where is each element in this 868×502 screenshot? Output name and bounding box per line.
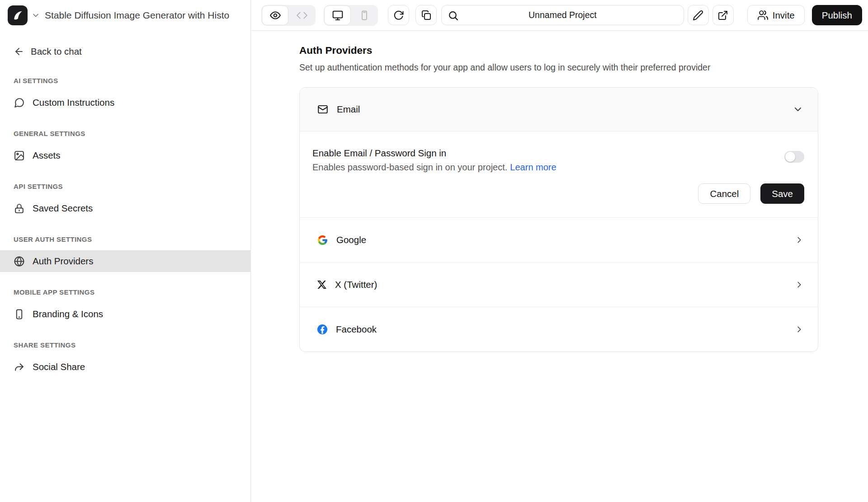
enable-email-text: Enable Email / Password Sign in Enables … (312, 148, 557, 173)
copy-icon (421, 10, 432, 21)
chevron-down-icon[interactable] (31, 11, 40, 20)
pencil-icon (693, 10, 703, 21)
sidebar-header: Stable Diffusion Image Generator with Hi… (0, 0, 250, 31)
app-window: Stable Diffusion Image Generator with Hi… (0, 0, 868, 502)
provider-row-email[interactable]: Email (300, 88, 818, 131)
device-segment (324, 5, 378, 26)
rename-button[interactable] (688, 5, 709, 25)
chat-bubble-icon (14, 97, 25, 108)
code-toggle-button[interactable] (288, 5, 315, 25)
open-external-button[interactable] (712, 5, 734, 25)
facebook-icon (317, 324, 328, 335)
email-settings-panel: Enable Email / Password Sign in Enables … (300, 131, 818, 217)
mobile-icon (359, 10, 370, 21)
sidebar-item-label: Custom Instructions (33, 97, 114, 108)
app-title: Stable Diffusion Image Generator with Hi… (45, 10, 246, 21)
sidebar-item-saved-secrets[interactable]: Saved Secrets (0, 197, 250, 219)
section-header-ai-settings: AI SETTINGS (14, 77, 237, 84)
sidebar-item-label: Branding & Icons (33, 309, 103, 319)
main-area: Unnamed Project Invite Publish Auth Prov… (251, 0, 868, 502)
auth-providers-card: Email Enable Email / Password Sign in En… (299, 87, 818, 352)
section-header-api-settings: API SETTINGS (14, 183, 237, 190)
learn-more-link[interactable]: Learn more (510, 162, 556, 172)
email-password-toggle[interactable] (784, 151, 804, 163)
back-to-chat-link[interactable]: Back to chat (14, 42, 250, 61)
eye-icon (269, 9, 281, 21)
sidebar-item-label: Saved Secrets (33, 203, 93, 214)
invite-label: Invite (773, 10, 795, 21)
page-subtitle: Set up authentication methods for your a… (299, 62, 868, 73)
sidebar-item-label: Auth Providers (33, 256, 93, 267)
section-header-share-settings: SHARE SETTINGS (14, 341, 237, 349)
enable-email-description-text: Enables password-based sign in on your p… (312, 162, 507, 172)
sidebar-item-assets[interactable]: Assets (0, 145, 250, 166)
google-icon (317, 235, 328, 246)
phone-icon (14, 309, 25, 320)
page-title: Auth Providers (299, 45, 868, 56)
toolbar: Unnamed Project Invite Publish (251, 0, 868, 31)
project-name-input[interactable]: Unnamed Project (441, 5, 684, 25)
preview-toggle-button[interactable] (262, 5, 288, 25)
chevron-right-icon (794, 324, 804, 334)
desktop-view-button[interactable] (324, 5, 351, 25)
external-link-icon (717, 10, 728, 21)
invite-users-icon (757, 9, 769, 21)
section-header-general-settings: GENERAL SETTINGS (14, 130, 237, 137)
x-twitter-icon (317, 280, 327, 290)
sidebar-item-branding-icons[interactable]: Branding & Icons (0, 303, 250, 325)
chevron-right-icon (794, 235, 804, 245)
share-forward-icon (14, 361, 25, 373)
provider-row-x-twitter[interactable]: X (Twitter) (300, 262, 818, 307)
section-header-mobile-app-settings: MOBILE APP SETTINGS (14, 288, 237, 296)
search-icon (448, 10, 459, 23)
copy-button[interactable] (415, 5, 437, 25)
section-header-user-auth-settings: USER AUTH SETTINGS (14, 235, 237, 243)
sidebar-item-label: Assets (33, 150, 61, 161)
sidebar-item-custom-instructions[interactable]: Custom Instructions (0, 92, 250, 113)
sidebar-item-social-share[interactable]: Social Share (0, 356, 250, 378)
publish-button[interactable]: Publish (812, 5, 862, 25)
cancel-button[interactable]: Cancel (698, 183, 750, 204)
invite-button[interactable]: Invite (747, 5, 805, 25)
chevron-down-icon (793, 104, 803, 115)
image-icon (14, 150, 25, 161)
preview-code-segment (261, 5, 316, 26)
mobile-view-button[interactable] (351, 5, 377, 25)
sidebar: Stable Diffusion Image Generator with Hi… (0, 0, 251, 502)
provider-label-facebook: Facebook (336, 324, 377, 335)
refresh-icon (393, 10, 404, 21)
project-name-value: Unnamed Project (528, 10, 597, 20)
globe-icon (14, 256, 25, 267)
provider-label-google: Google (336, 235, 366, 245)
sidebar-item-auth-providers[interactable]: Auth Providers (0, 250, 250, 272)
toggle-knob (785, 152, 795, 162)
provider-label-email: Email (337, 104, 360, 115)
code-icon (296, 9, 308, 21)
back-to-chat-label: Back to chat (31, 46, 82, 57)
provider-row-google[interactable]: Google (300, 217, 818, 262)
arrow-left-icon (14, 46, 24, 57)
lock-icon (14, 203, 25, 214)
provider-label-x-twitter: X (Twitter) (335, 279, 377, 290)
auth-providers-page: Auth Providers Set up authentication met… (251, 31, 868, 352)
monitor-icon (332, 9, 344, 21)
refresh-button[interactable] (388, 5, 409, 25)
chevron-right-icon (794, 280, 804, 290)
provider-row-facebook[interactable]: Facebook (300, 307, 818, 352)
sidebar-item-label: Social Share (33, 361, 85, 372)
enable-email-description: Enables password-based sign in on your p… (312, 162, 557, 173)
enable-email-title: Enable Email / Password Sign in (312, 148, 557, 159)
app-logo[interactable] (8, 5, 28, 25)
mail-icon (317, 103, 329, 115)
logo-swoosh-icon (11, 9, 24, 22)
save-button[interactable]: Save (760, 183, 804, 204)
